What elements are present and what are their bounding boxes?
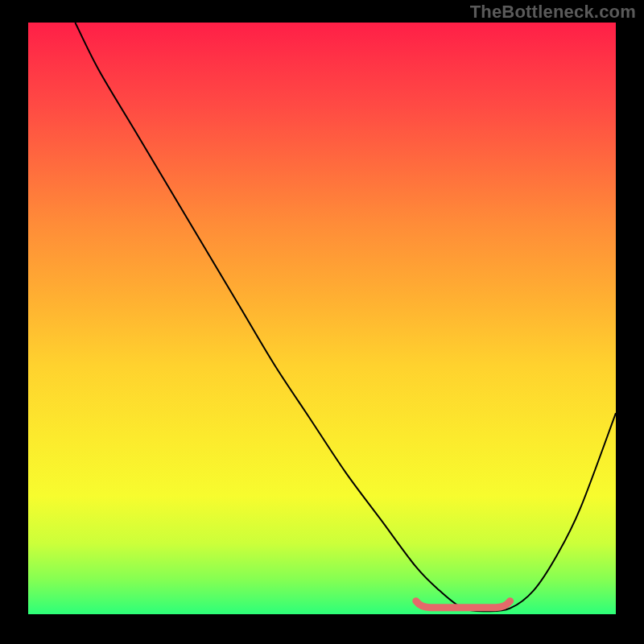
curve-svg: [28, 23, 616, 614]
watermark-text: TheBottleneck.com: [470, 2, 636, 23]
trough-highlight: [416, 601, 510, 608]
chart-frame: TheBottleneck.com: [0, 0, 644, 644]
bottleneck-curve: [75, 23, 616, 611]
plot-area: [28, 23, 616, 614]
